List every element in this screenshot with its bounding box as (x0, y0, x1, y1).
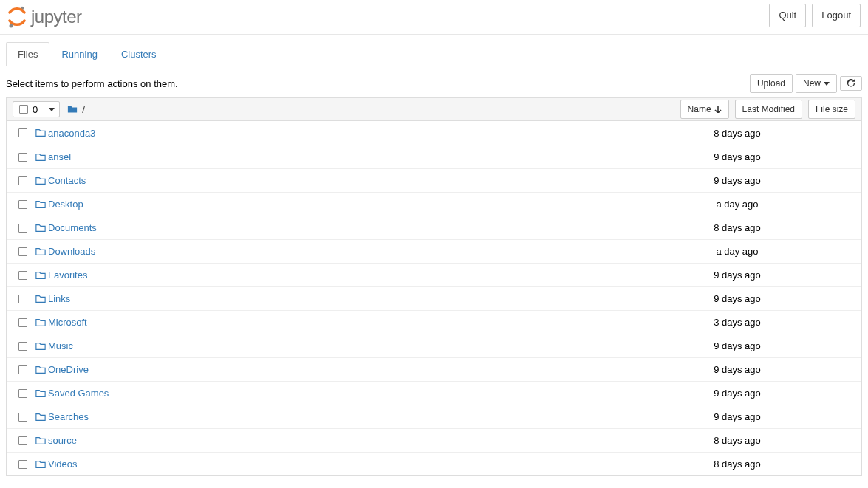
jupyter-logo-icon (7, 6, 27, 28)
folder-icon (33, 388, 48, 399)
item-name-link[interactable]: ansel (48, 151, 71, 162)
item-modified: 9 days ago (671, 175, 804, 186)
list-item: Downloadsa day ago (7, 239, 861, 263)
folder-icon (33, 176, 48, 186)
folder-icon (33, 341, 48, 351)
breadcrumb[interactable]: / (67, 104, 85, 115)
row-checkbox[interactable] (18, 176, 27, 185)
select-menu-toggle[interactable] (44, 102, 59, 117)
logout-button[interactable]: Logout (812, 4, 861, 27)
item-name-link[interactable]: Desktop (48, 199, 83, 210)
row-checkbox[interactable] (18, 389, 27, 398)
new-label: New (803, 77, 821, 90)
folder-icon (67, 104, 78, 114)
folder-icon (33, 365, 48, 375)
row-checkbox[interactable] (18, 271, 27, 280)
item-modified: 9 days ago (671, 293, 804, 304)
item-modified: 9 days ago (671, 411, 804, 422)
item-name-link[interactable]: Microsoft (48, 317, 87, 328)
list-header: 0 / Name Last Modified File size (6, 97, 862, 121)
refresh-button[interactable] (840, 76, 862, 91)
row-checkbox[interactable] (18, 128, 27, 137)
folder-icon (33, 128, 48, 138)
select-all-checkbox[interactable] (19, 105, 28, 114)
sort-size-button[interactable]: File size (808, 100, 855, 119)
item-modified: 9 days ago (671, 340, 804, 351)
item-name-link[interactable]: source (48, 435, 77, 446)
sort-modified-button[interactable]: Last Modified (735, 100, 802, 119)
item-modified: 8 days ago (671, 128, 804, 139)
item-name-link[interactable]: Downloads (48, 246, 95, 257)
refresh-icon (847, 79, 855, 88)
item-name-link[interactable]: Documents (48, 222, 97, 233)
row-checkbox[interactable] (18, 200, 27, 209)
folder-icon (33, 317, 48, 328)
row-checkbox[interactable] (18, 247, 27, 256)
caret-down-icon (824, 82, 830, 86)
list-item: Contacts9 days ago (7, 168, 861, 192)
item-name-link[interactable]: Links (48, 293, 70, 304)
quit-button[interactable]: Quit (769, 4, 806, 27)
item-modified: 3 days ago (671, 317, 804, 328)
folder-icon (33, 152, 48, 162)
tab-running[interactable]: Running (49, 42, 109, 66)
item-modified: 9 days ago (671, 388, 804, 399)
list-item: Documents8 days ago (7, 216, 861, 239)
row-checkbox[interactable] (18, 436, 27, 445)
select-all-group[interactable]: 0 (13, 101, 60, 117)
list-item: Microsoft3 days ago (7, 310, 861, 334)
item-name-link[interactable]: Contacts (48, 175, 86, 186)
folder-icon (33, 459, 48, 470)
item-modified: 9 days ago (671, 364, 804, 375)
selection-hint: Select items to perform actions on them. (6, 78, 178, 89)
new-dropdown[interactable]: New (796, 74, 837, 93)
list-item: Saved Games9 days ago (7, 381, 861, 405)
item-modified: 9 days ago (671, 269, 804, 281)
item-modified: a day ago (671, 246, 804, 257)
list-item: Favorites9 days ago (7, 263, 861, 286)
list-item: ansel9 days ago (7, 145, 861, 168)
row-checkbox[interactable] (18, 318, 27, 327)
brand-text: jupyter (31, 7, 82, 27)
file-list: anaconda38 days agoansel9 days agoContac… (6, 121, 862, 476)
tab-files[interactable]: Files (6, 42, 49, 66)
row-checkbox[interactable] (18, 224, 27, 233)
tab-bar: FilesRunningClusters (6, 42, 862, 66)
folder-icon (33, 294, 48, 304)
row-checkbox[interactable] (18, 153, 27, 162)
row-checkbox[interactable] (18, 295, 27, 303)
folder-icon (33, 223, 48, 233)
row-checkbox[interactable] (18, 413, 27, 422)
list-item: Searches9 days ago (7, 405, 861, 428)
tab-clusters[interactable]: Clusters (109, 42, 168, 66)
row-checkbox[interactable] (18, 342, 27, 351)
folder-icon (33, 270, 48, 281)
item-name-link[interactable]: Favorites (48, 269, 87, 281)
arrow-down-icon (714, 106, 722, 113)
list-item: Desktopa day ago (7, 192, 861, 216)
list-item: Links9 days ago (7, 286, 861, 310)
row-checkbox[interactable] (18, 365, 27, 374)
folder-icon (33, 436, 48, 446)
row-checkbox[interactable] (18, 460, 27, 469)
item-modified: 8 days ago (671, 435, 804, 446)
item-name-link[interactable]: Music (48, 340, 73, 351)
list-item: source8 days ago (7, 428, 861, 452)
jupyter-logo[interactable]: jupyter (7, 3, 82, 28)
item-name-link[interactable]: Videos (48, 458, 78, 470)
upload-button[interactable]: Upload (750, 74, 793, 93)
folder-icon (33, 199, 48, 210)
item-name-link[interactable]: OneDrive (48, 364, 89, 375)
item-modified: 8 days ago (671, 458, 804, 470)
list-item: anaconda38 days ago (7, 121, 861, 145)
breadcrumb-path: / (82, 104, 85, 115)
folder-icon (33, 412, 48, 422)
item-name-link[interactable]: Searches (48, 411, 89, 422)
item-modified: a day ago (671, 199, 804, 210)
item-modified: 8 days ago (671, 222, 804, 233)
selected-count: 0 (33, 104, 38, 115)
item-name-link[interactable]: anaconda3 (48, 128, 95, 139)
item-name-link[interactable]: Saved Games (48, 388, 109, 399)
sort-name-button[interactable]: Name (680, 100, 729, 119)
list-item: Videos8 days ago (7, 452, 861, 475)
